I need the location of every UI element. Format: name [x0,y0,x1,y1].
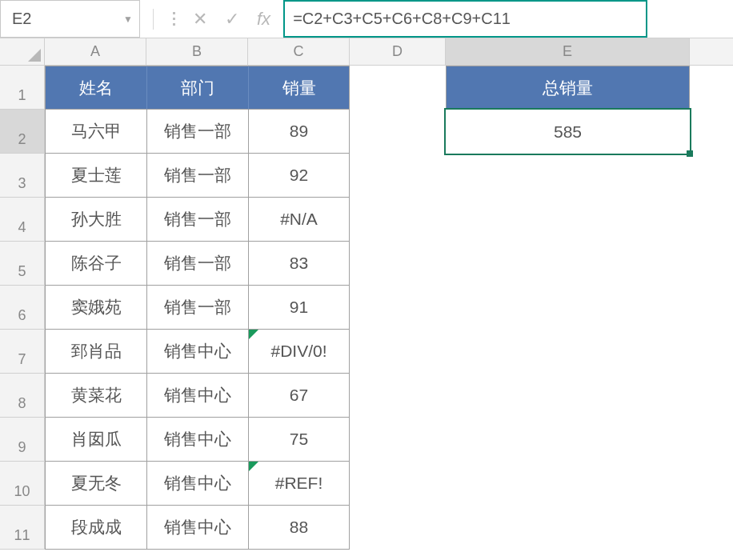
cell-C6[interactable]: 91 [248,286,350,330]
col-header-E[interactable]: E [446,38,690,65]
row-3: 3 夏士莲 销售一部 92 [0,154,733,198]
cell-E2[interactable]: 585 [446,110,690,154]
name-box-value: E2 [12,10,31,28]
header-dept[interactable]: 部门 [146,66,248,110]
cancel-icon[interactable]: ✕ [193,9,207,30]
cell-C4[interactable]: #N/A [248,198,350,242]
row-header-3[interactable]: 3 [0,154,45,198]
cell-B6[interactable]: 销售一部 [146,286,248,330]
cell-D9[interactable] [350,418,446,462]
col-header-B[interactable]: B [146,38,248,65]
row-11: 11 段成成 销售中心 88 [0,506,733,550]
cell-E3[interactable] [446,154,690,198]
row-header-1[interactable]: 1 [0,66,45,110]
header-sales[interactable]: 销量 [248,66,350,110]
cell-D2[interactable] [350,110,446,154]
cell-E9[interactable] [446,418,690,462]
cell-D11[interactable] [350,506,446,550]
cell-E5[interactable] [446,242,690,286]
cell-C9[interactable]: 75 [248,418,350,462]
cell-E4[interactable] [446,198,690,242]
cell-E6[interactable] [446,286,690,330]
cell-C11[interactable]: 88 [248,506,350,550]
formula-input[interactable]: =C2+C3+C5+C6+C8+C9+C11 [283,0,647,38]
row-4: 4 孙大胜 销售一部 #N/A [0,198,733,242]
cell-A8[interactable]: 黄菜花 [45,374,146,418]
row-header-10[interactable]: 10 [0,462,45,506]
row-header-6[interactable]: 6 [0,286,45,330]
formula-bar: E2 ▼ ✕ ✓ fx =C2+C3+C5+C6+C8+C9+C11 [0,0,733,38]
rows: 1 姓名 部门 销量 总销量 2 马六甲 销售一部 89 585 3 夏士莲 销… [0,66,733,550]
cell-D1[interactable] [350,66,446,110]
cell-B7[interactable]: 销售中心 [146,330,248,374]
cell-B4[interactable]: 销售一部 [146,198,248,242]
header-total[interactable]: 总销量 [446,66,690,110]
cell-A6[interactable]: 窦娥苑 [45,286,146,330]
separator [153,9,154,30]
cell-C10[interactable]: #REF! [248,462,350,506]
cell-C7[interactable]: #DIV/0! [248,330,350,374]
row-header-7[interactable]: 7 [0,330,45,374]
cell-B3[interactable]: 销售一部 [146,154,248,198]
cell-C3[interactable]: 92 [248,154,350,198]
cell-D3[interactable] [350,154,446,198]
cell-D4[interactable] [350,198,446,242]
cell-B5[interactable]: 销售一部 [146,242,248,286]
cell-A7[interactable]: 郅肖品 [45,330,146,374]
row-header-11[interactable]: 11 [0,506,45,550]
column-headers: A B C D E [0,38,733,66]
cell-A10[interactable]: 夏无冬 [45,462,146,506]
row-6: 6 窦娥苑 销售一部 91 [0,286,733,330]
cell-B9[interactable]: 销售中心 [146,418,248,462]
formula-text: =C2+C3+C5+C6+C8+C9+C11 [293,10,511,28]
row-8: 8 黄菜花 销售中心 67 [0,374,733,418]
cell-A3[interactable]: 夏士莲 [45,154,146,198]
cell-B2[interactable]: 销售一部 [146,110,248,154]
row-7: 7 郅肖品 销售中心 #DIV/0! [0,330,733,374]
cell-A4[interactable]: 孙大胜 [45,198,146,242]
spreadsheet-grid[interactable]: A B C D E 1 姓名 部门 销量 总销量 2 马六甲 销售一部 89 5… [0,38,733,550]
cell-B11[interactable]: 销售中心 [146,506,248,550]
cell-E8[interactable] [446,374,690,418]
row-9: 9 肖囡瓜 销售中心 75 [0,418,733,462]
row-header-5[interactable]: 5 [0,242,45,286]
fx-icon[interactable]: fx [257,9,270,30]
select-all-corner[interactable] [0,38,45,65]
cell-A11[interactable]: 段成成 [45,506,146,550]
cell-D8[interactable] [350,374,446,418]
row-10: 10 夏无冬 销售中心 #REF! [0,462,733,506]
cell-C5[interactable]: 83 [248,242,350,286]
cell-E7[interactable] [446,330,690,374]
cell-C8[interactable]: 67 [248,374,350,418]
dots-icon [173,12,175,26]
row-header-8[interactable]: 8 [0,374,45,418]
cell-C2[interactable]: 89 [248,110,350,154]
row-header-2[interactable]: 2 [0,110,45,154]
cell-D7[interactable] [350,330,446,374]
col-header-C[interactable]: C [248,38,350,65]
cell-B10[interactable]: 销售中心 [146,462,248,506]
enter-icon[interactable]: ✓ [225,9,239,30]
col-header-A[interactable]: A [45,38,146,65]
total-value: 585 [554,122,582,142]
header-name[interactable]: 姓名 [45,66,146,110]
row-header-9[interactable]: 9 [0,418,45,462]
formula-bar-icons: ✕ ✓ fx [140,0,283,38]
row-5: 5 陈谷子 销售一部 83 [0,242,733,286]
name-box-dropdown-icon[interactable]: ▼ [123,14,133,25]
col-header-D[interactable]: D [350,38,446,65]
cell-D6[interactable] [350,286,446,330]
cell-D5[interactable] [350,242,446,286]
cell-B8[interactable]: 销售中心 [146,374,248,418]
row-1: 1 姓名 部门 销量 总销量 [0,66,733,110]
cell-A9[interactable]: 肖囡瓜 [45,418,146,462]
row-header-4[interactable]: 4 [0,198,45,242]
row-2: 2 马六甲 销售一部 89 585 [0,110,733,154]
cell-A2[interactable]: 马六甲 [45,110,146,154]
cell-E10[interactable] [446,462,690,506]
name-box[interactable]: E2 ▼ [0,0,140,38]
cell-A5[interactable]: 陈谷子 [45,242,146,286]
cell-D10[interactable] [350,462,446,506]
cell-E11[interactable] [446,506,690,550]
